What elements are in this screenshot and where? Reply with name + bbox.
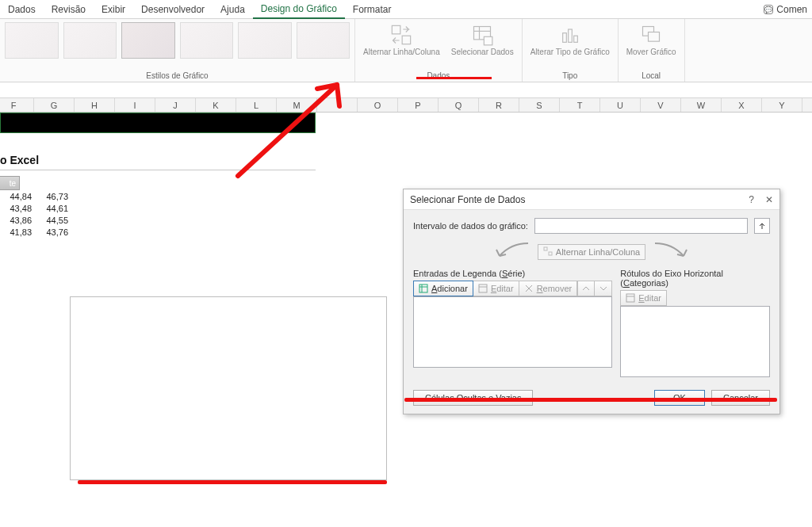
cell[interactable]: 44,61 bbox=[36, 204, 73, 216]
group-chart-styles: Estilos de Gráfico bbox=[0, 19, 355, 82]
add-icon bbox=[419, 284, 428, 293]
col-O[interactable]: O bbox=[358, 98, 398, 112]
annotation-red-underline-ribbon bbox=[416, 77, 492, 79]
dialog-titlebar: Selecionar Fonte de Dados ? ✕ bbox=[404, 189, 779, 210]
col-L[interactable]: L bbox=[236, 98, 277, 112]
change-chart-type-button[interactable]: Alterar Tipo de Gráfico bbox=[527, 22, 613, 58]
switch-row-column-dialog-button[interactable]: Alternar Linha/Coluna bbox=[538, 244, 645, 260]
cell[interactable]: 44,55 bbox=[36, 216, 73, 227]
col-P[interactable]: P bbox=[398, 98, 439, 112]
cell[interactable]: 41,83 bbox=[0, 227, 36, 239]
chart-style-3[interactable] bbox=[121, 22, 175, 59]
series-listbox[interactable] bbox=[413, 296, 612, 368]
tab-formatar[interactable]: Formatar bbox=[345, 1, 400, 18]
select-data-button[interactable]: Selecionar Dados bbox=[448, 22, 517, 58]
move-chart-button[interactable]: Mover Gráfico bbox=[623, 22, 680, 58]
tab-desenvolvedor[interactable]: Desenvolvedor bbox=[133, 1, 213, 18]
data-grid: 44,84 46,73 43,48 44,61 43,86 44,55 41,8… bbox=[0, 192, 73, 239]
col-Y[interactable]: Y bbox=[762, 98, 802, 112]
section-title-underline bbox=[0, 170, 316, 170]
tab-revisao[interactable]: Revisão bbox=[44, 1, 94, 18]
tab-design-grafico[interactable]: Design do Gráfico bbox=[253, 0, 345, 19]
chart-style-1[interactable] bbox=[5, 22, 59, 59]
cell[interactable]: 44,84 bbox=[0, 192, 36, 204]
chart-style-6[interactable] bbox=[297, 22, 350, 59]
tab-ajuda[interactable]: Ajuda bbox=[213, 1, 253, 18]
black-row-band bbox=[0, 113, 316, 133]
cell[interactable]: 43,86 bbox=[0, 216, 36, 227]
group-location: Mover Gráfico Local bbox=[619, 19, 685, 82]
change-chart-type-label: Alterar Tipo de Gráfico bbox=[530, 48, 610, 56]
group-data: Alternar Linha/Coluna Selecionar Dados D… bbox=[355, 19, 523, 82]
svg-rect-11 bbox=[544, 247, 547, 250]
chart-style-5[interactable] bbox=[238, 22, 292, 59]
cell[interactable]: 43,76 bbox=[36, 227, 73, 239]
group-label-location: Local bbox=[623, 70, 680, 80]
categories-listbox[interactable] bbox=[620, 306, 770, 377]
chart-style-4[interactable] bbox=[180, 22, 234, 59]
switch-row-column-label: Alternar Linha/Coluna bbox=[363, 48, 440, 56]
group-label-type: Tipo bbox=[527, 70, 613, 80]
table-row: 41,83 43,76 bbox=[0, 227, 73, 239]
select-data-label: Selecionar Dados bbox=[451, 48, 514, 56]
switch-row-column-button[interactable]: Alternar Linha/Coluna bbox=[360, 22, 443, 58]
table-row: 43,86 44,55 bbox=[0, 216, 73, 227]
select-data-icon bbox=[471, 24, 493, 46]
grey-header-cell: te bbox=[0, 176, 20, 190]
group-label-styles: Estilos de Gráfico bbox=[5, 70, 350, 80]
group-type: Alterar Tipo de Gráfico Tipo bbox=[523, 19, 619, 82]
col-J[interactable]: J bbox=[155, 98, 196, 112]
col-T[interactable]: T bbox=[560, 98, 600, 112]
tab-exibir[interactable]: Exibir bbox=[94, 1, 133, 18]
move-up-button[interactable] bbox=[577, 281, 595, 296]
col-K[interactable]: K bbox=[196, 98, 236, 112]
svg-rect-13 bbox=[419, 285, 427, 292]
range-picker-button[interactable] bbox=[754, 218, 770, 234]
svg-rect-12 bbox=[549, 252, 552, 255]
col-V[interactable]: V bbox=[641, 98, 681, 112]
help-button[interactable]: ? bbox=[749, 194, 754, 205]
legend-series-label: Entradas de Legenda (Série) bbox=[413, 269, 612, 278]
comment-button[interactable]: 💬 Comen bbox=[759, 0, 812, 19]
col-S[interactable]: S bbox=[519, 98, 560, 112]
svg-rect-0 bbox=[393, 25, 401, 34]
change-chart-type-icon bbox=[559, 24, 581, 46]
chart-placeholder[interactable] bbox=[70, 296, 387, 480]
tab-dados[interactable]: Dados bbox=[0, 1, 44, 18]
col-M[interactable]: M bbox=[277, 98, 317, 112]
svg-rect-16 bbox=[479, 285, 487, 292]
add-series-button[interactable]: Adicionar bbox=[413, 281, 473, 296]
remove-icon bbox=[524, 284, 534, 293]
move-down-button[interactable] bbox=[595, 281, 612, 296]
move-chart-label: Mover Gráfico bbox=[626, 48, 676, 56]
edit-series-button[interactable]: Editar bbox=[473, 281, 519, 296]
table-row: 44,84 46,73 bbox=[0, 192, 73, 204]
edit-icon bbox=[626, 293, 635, 303]
worksheet[interactable]: o Excel te 44,84 46,73 43,48 44,61 43,86… bbox=[0, 113, 812, 525]
remove-series-button[interactable]: Remover bbox=[519, 281, 578, 296]
legend-series-panel: Entradas de Legenda (Série) Adicionar Ed… bbox=[413, 269, 612, 377]
col-R[interactable]: R bbox=[479, 98, 519, 112]
col-G[interactable]: G bbox=[34, 98, 75, 112]
cell[interactable]: 46,73 bbox=[36, 192, 73, 204]
chart-style-2[interactable] bbox=[63, 22, 117, 59]
col-X[interactable]: X bbox=[722, 98, 762, 112]
svg-rect-6 bbox=[562, 33, 566, 43]
col-F[interactable]: F bbox=[0, 98, 34, 112]
edit-category-button[interactable]: Editar bbox=[620, 290, 667, 306]
annotation-red-underline-chart bbox=[78, 480, 387, 484]
cell[interactable]: 43,48 bbox=[0, 204, 36, 216]
col-U[interactable]: U bbox=[600, 98, 641, 112]
curve-right-icon bbox=[653, 242, 691, 262]
col-H[interactable]: H bbox=[75, 98, 115, 112]
chart-range-input[interactable] bbox=[534, 218, 748, 234]
col-N[interactable] bbox=[317, 98, 358, 112]
col-I[interactable]: I bbox=[115, 98, 155, 112]
categories-label: Rótulos do Eixo Horizontal (Categorias) bbox=[620, 269, 770, 288]
svg-rect-7 bbox=[568, 29, 572, 42]
col-W[interactable]: W bbox=[681, 98, 722, 112]
svg-rect-8 bbox=[573, 36, 577, 42]
col-Q[interactable]: Q bbox=[439, 98, 479, 112]
chevron-up-icon bbox=[581, 284, 591, 293]
close-button[interactable]: ✕ bbox=[765, 194, 773, 205]
